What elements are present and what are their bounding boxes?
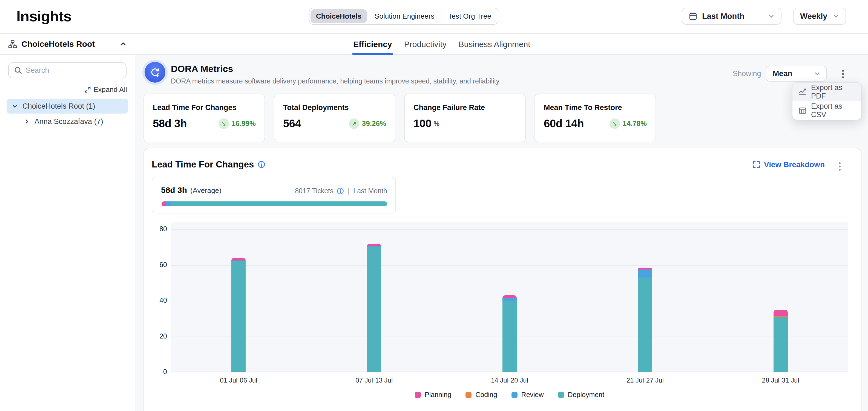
chevron-up-icon[interactable] xyxy=(120,41,126,47)
bar-28 Jul-31 Jul[interactable] xyxy=(774,310,788,372)
dora-kebab-menu-button[interactable] xyxy=(838,67,848,81)
y-tick-40: 40 xyxy=(145,296,167,304)
chevron-down-icon[interactable] xyxy=(12,103,18,109)
info-icon[interactable] xyxy=(258,161,265,168)
x-tick-label: 28 Jul-31 Jul xyxy=(713,377,848,384)
metric-card-mean-time-to-restore[interactable]: Mean Time To Restore 60d 14h ↘ 14.78% xyxy=(534,94,656,142)
deployment-segment[interactable] xyxy=(502,301,517,372)
lead-time-section: Lead Time For Changes View Breakdown xyxy=(144,148,861,411)
legend-swatch xyxy=(465,392,471,398)
metric-card-total-deployments[interactable]: Total Deployments 564 ↗ 39.26% xyxy=(274,94,395,142)
legend-item-review[interactable]: Review xyxy=(512,391,544,399)
metric-card-lead-time[interactable]: Lead Time For Changes 58d 3h ↘ 16.99% xyxy=(144,94,265,142)
tickets-count: 8017 Tickets xyxy=(295,187,333,195)
legend-item-planning[interactable]: Planning xyxy=(415,391,451,399)
y-tick-20: 20 xyxy=(145,332,167,340)
tree-item-anna-scozzafava[interactable]: Anna Scozzafava (7) xyxy=(19,114,128,129)
planning-segment[interactable] xyxy=(367,244,381,246)
metric-card-change-failure-rate[interactable]: Change Failure Rate 100 % xyxy=(404,94,526,142)
trend-down-icon: ↘ xyxy=(218,118,229,129)
legend-label: Review xyxy=(521,391,544,399)
x-tick-label: 14 Jul-20 Jul xyxy=(442,377,578,384)
planning-segment[interactable] xyxy=(502,295,517,298)
content: DORA Metrics DORA metrics measure softwa… xyxy=(135,55,868,411)
progress-segment-planning xyxy=(161,201,166,206)
expand-all-label: Expand All xyxy=(93,85,127,94)
metric-card-value: 564 xyxy=(283,117,301,130)
export-as-csv-label: Export as CSV xyxy=(811,102,856,119)
x-tick-label: 21 Jul-27 Jul xyxy=(577,377,713,384)
metric-cards-row: Lead Time For Changes 58d 3h ↘ 16.99% To… xyxy=(144,94,656,142)
metric-card-title: Change Failure Rate xyxy=(413,103,517,112)
org-tab-choicehotels[interactable]: ChoiceHotels xyxy=(311,9,367,23)
page-title: Insights xyxy=(17,8,71,25)
delta-badge: ↘ 16.99% xyxy=(218,118,256,129)
period-label: Last Month xyxy=(353,187,387,195)
tab-productivity[interactable]: Productivity xyxy=(404,34,446,55)
expand-icon xyxy=(752,161,760,169)
delta-badge: ↘ 14.78% xyxy=(610,118,647,129)
view-breakdown-button[interactable]: View Breakdown xyxy=(752,160,825,169)
tree-item-label: ChoiceHotels Root (1) xyxy=(23,102,95,110)
showing-value: Mean xyxy=(773,69,793,78)
average-summary-card: 58d 3h (Average) 8017 Tickets | Last Mon… xyxy=(152,177,396,213)
granularity-select[interactable]: Weekly xyxy=(793,8,846,25)
bar-14 Jul-20 Jul[interactable] xyxy=(502,295,517,372)
legend-swatch xyxy=(558,392,564,398)
legend-item-deployment[interactable]: Deployment xyxy=(558,391,604,399)
review-segment[interactable] xyxy=(638,270,652,277)
org-tab-test-org-tree[interactable]: Test Org Tree xyxy=(441,8,498,24)
chevron-right-icon[interactable] xyxy=(24,119,30,124)
legend-item-coding[interactable]: Coding xyxy=(465,391,497,399)
metric-card-unit: % xyxy=(434,120,439,128)
bar-01 Jul-06 Jul[interactable] xyxy=(231,258,246,372)
delta-percent: 39.26% xyxy=(362,119,386,128)
legend-label: Deployment xyxy=(568,391,604,399)
lead-time-chart xyxy=(171,222,848,372)
export-menu: Export as PDF Export as CSV xyxy=(793,83,861,120)
deployment-segment[interactable] xyxy=(231,261,246,372)
dora-metrics-title: DORA Metrics xyxy=(171,64,233,74)
tab-efficiency[interactable]: Efficiency xyxy=(353,34,392,55)
export-as-csv-item[interactable]: Export as CSV xyxy=(793,101,861,120)
metric-card-title: Total Deployments xyxy=(283,103,386,112)
average-value: 58d 3h xyxy=(161,185,187,195)
tab-business-alignment[interactable]: Business Alignment xyxy=(459,34,530,55)
expand-all-button[interactable]: Expand All xyxy=(8,85,127,94)
deployment-segment[interactable] xyxy=(774,317,788,372)
chevron-down-icon xyxy=(833,13,839,19)
section-title: Lead Time For Changes xyxy=(152,159,265,170)
gridline-80 xyxy=(171,229,848,230)
x-tick-label: 07 Jul-13 Jul xyxy=(306,377,442,384)
metric-card-value: 58d 3h xyxy=(153,117,187,130)
table-icon xyxy=(799,106,807,115)
bar-07 Jul-13 Jul[interactable] xyxy=(367,244,381,372)
search-input[interactable] xyxy=(26,66,121,75)
deployment-segment[interactable] xyxy=(367,247,381,372)
showing-select[interactable]: Mean xyxy=(766,66,827,81)
info-icon[interactable] xyxy=(337,187,344,195)
bar-21 Jul-27 Jul[interactable] xyxy=(638,268,652,372)
chart-kebab-menu-button[interactable] xyxy=(835,159,844,173)
planning-segment[interactable] xyxy=(774,310,788,316)
review-segment[interactable] xyxy=(502,298,517,301)
metric-card-title: Mean Time To Restore xyxy=(544,103,647,112)
export-as-pdf-label: Export as PDF xyxy=(811,83,856,100)
sidebar-header[interactable]: ChoiceHotels Root xyxy=(0,34,135,55)
tree-item-label: Anna Scozzafava (7) xyxy=(34,117,103,126)
y-tick-0: 0 xyxy=(145,368,167,376)
insights-app: Insights ChoiceHotels Solution Engineers… xyxy=(0,0,868,411)
date-range-select[interactable]: Last Month xyxy=(682,8,781,25)
planning-segment[interactable] xyxy=(231,258,246,261)
export-as-pdf-item[interactable]: Export as PDF xyxy=(793,83,861,101)
chevron-down-icon xyxy=(768,13,774,19)
org-switcher: ChoiceHotels Solution Engineers Test Org… xyxy=(309,8,498,25)
average-label: (Average) xyxy=(190,186,221,195)
deployment-segment[interactable] xyxy=(638,277,652,372)
delta-percent: 16.99% xyxy=(231,119,256,128)
view-breakdown-label: View Breakdown xyxy=(764,160,825,169)
tree-item-choicehotels-root[interactable]: ChoiceHotels Root (1) xyxy=(7,99,128,113)
dora-metrics-icon xyxy=(145,62,165,83)
org-tab-solution-engineers[interactable]: Solution Engineers xyxy=(368,8,441,24)
delta-badge: ↗ 39.26% xyxy=(349,118,386,129)
